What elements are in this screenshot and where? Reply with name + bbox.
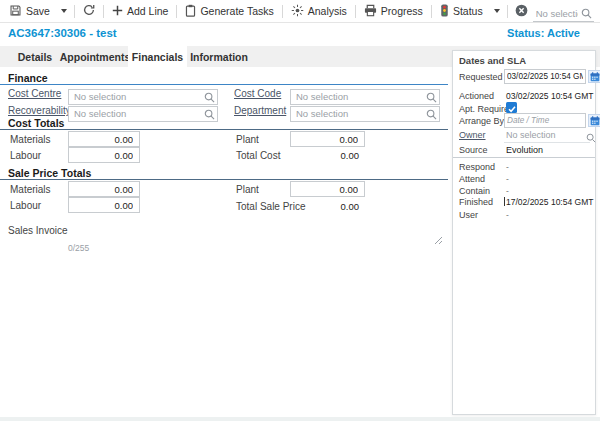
save-dropdown-button[interactable] [56, 1, 71, 21]
requested-input[interactable] [504, 69, 586, 84]
search-icon[interactable] [581, 5, 592, 23]
cost-labour-input[interactable] [68, 147, 140, 163]
printer-icon [364, 4, 377, 19]
generate-tasks-button[interactable]: Generate Tasks [180, 1, 278, 21]
arrange-by-calendar-button[interactable] [588, 114, 600, 127]
cost-code-link[interactable]: Cost Code [234, 88, 281, 99]
total-cost-value: 0.00 [290, 150, 359, 161]
status-label: Status [453, 5, 483, 17]
tab-information[interactable]: Information [187, 46, 251, 67]
status-button[interactable]: Status [435, 1, 488, 21]
dates-and-sla-panel: Dates and SLA Requested Actioned 03/02/2… [452, 50, 596, 415]
toolbar-separator [431, 5, 432, 18]
sla-divider [453, 157, 595, 158]
user-label: User [459, 210, 478, 220]
clipboard-icon [185, 4, 196, 19]
cost-plant-input[interactable] [290, 131, 365, 147]
cost-materials-label: Materials [10, 134, 51, 145]
cancel-button[interactable] [511, 1, 532, 21]
arrange-by-label: Arrange By [459, 116, 504, 126]
finished-value-wrap: 17/02/2025 10:54 GMT [504, 197, 593, 207]
search-icon[interactable] [586, 129, 596, 147]
analysis-label: Analysis [308, 5, 347, 17]
source-value: Evolution [506, 145, 543, 155]
total-cost-label: Total Cost [236, 150, 280, 161]
tab-details[interactable]: Details [8, 46, 62, 67]
chevron-down-icon [61, 9, 67, 13]
progress-label: Progress [381, 5, 423, 17]
traffic-light-icon [440, 4, 449, 19]
global-search-field [533, 3, 594, 19]
status-badge: Status: Active [507, 27, 580, 39]
sale-labour-label: Labour [10, 200, 41, 211]
respond-label: Respond [459, 162, 495, 172]
save-label: Save [26, 5, 50, 17]
finished-label: Finished [459, 197, 493, 207]
calendar-icon [590, 112, 600, 130]
cost-labour-label: Labour [10, 150, 41, 161]
toolbar-separator [103, 5, 104, 18]
sale-labour-input[interactable] [68, 197, 140, 213]
toolbar-separator [74, 5, 75, 18]
cost-totals-section-title: Cost Totals [8, 117, 64, 129]
analysis-rays-icon [291, 4, 304, 19]
sale-materials-input[interactable] [68, 181, 140, 197]
cost-materials-input[interactable] [68, 131, 140, 147]
owner-underline [504, 142, 590, 143]
attend-label: Attend [459, 174, 485, 184]
sale-plant-input[interactable] [290, 181, 365, 197]
cost-totals-section-rule [0, 129, 448, 130]
toolbar-separator [282, 5, 283, 18]
plus-icon [112, 5, 123, 18]
respond-value: - [506, 162, 509, 172]
page-bottom-strip [0, 417, 600, 421]
cost-centre-field [68, 86, 218, 102]
tab-appointments[interactable]: Appointments [62, 46, 128, 67]
toolbar-separator [355, 5, 356, 18]
finished-value: 17/02/2025 10:54 GMT [506, 197, 593, 207]
search-icon[interactable] [204, 106, 215, 124]
attend-value: - [506, 174, 509, 184]
sale-totals-section-title: Sale Price Totals [8, 167, 91, 179]
save-icon [9, 4, 22, 19]
cost-plant-label: Plant [236, 134, 259, 145]
department-link[interactable]: Department [234, 105, 286, 116]
cost-code-field [290, 86, 440, 102]
user-value: - [506, 210, 509, 220]
total-sale-price-value: 0.00 [290, 201, 359, 212]
arrange-by-input[interactable] [504, 113, 586, 128]
add-line-button[interactable]: Add Line [107, 1, 173, 21]
calendar-icon [590, 68, 600, 86]
refresh-button[interactable] [78, 1, 100, 21]
owner-value[interactable]: No selection [506, 130, 556, 140]
add-line-label: Add Line [127, 5, 168, 17]
apt-required-checkbox[interactable] [506, 102, 517, 113]
resize-handle-icon[interactable] [434, 231, 443, 249]
chevron-down-icon [494, 9, 500, 13]
refresh-icon [82, 3, 96, 19]
toolbar-separator [507, 5, 508, 18]
save-button[interactable]: Save [4, 1, 55, 21]
finance-section-title: Finance [8, 72, 48, 84]
department-field [290, 103, 440, 119]
generate-tasks-label: Generate Tasks [200, 5, 273, 17]
actioned-value: 03/02/2025 10:54 GMT [506, 91, 593, 101]
requested-calendar-button[interactable] [588, 70, 600, 83]
search-icon[interactable] [426, 106, 437, 124]
owner-link[interactable]: Owner [459, 130, 486, 140]
text-caret [504, 197, 505, 206]
requested-label: Requested [459, 72, 503, 82]
progress-button[interactable]: Progress [359, 1, 428, 21]
status-dropdown-button[interactable] [489, 1, 504, 21]
page-title: AC3647:30306 - test [8, 27, 117, 39]
sales-invoice-info-textarea[interactable] [68, 217, 450, 247]
analysis-button[interactable]: Analysis [286, 1, 352, 21]
cost-centre-link[interactable]: Cost Centre [8, 88, 61, 99]
contain-label: Contain [459, 186, 490, 196]
sale-plant-label: Plant [236, 184, 259, 195]
char-counter: 0/255 [68, 243, 89, 253]
recoverability-type-input[interactable] [68, 106, 218, 122]
department-input[interactable] [290, 106, 440, 122]
tab-financials[interactable]: Financials [128, 46, 187, 67]
sale-totals-section-rule [0, 179, 448, 180]
